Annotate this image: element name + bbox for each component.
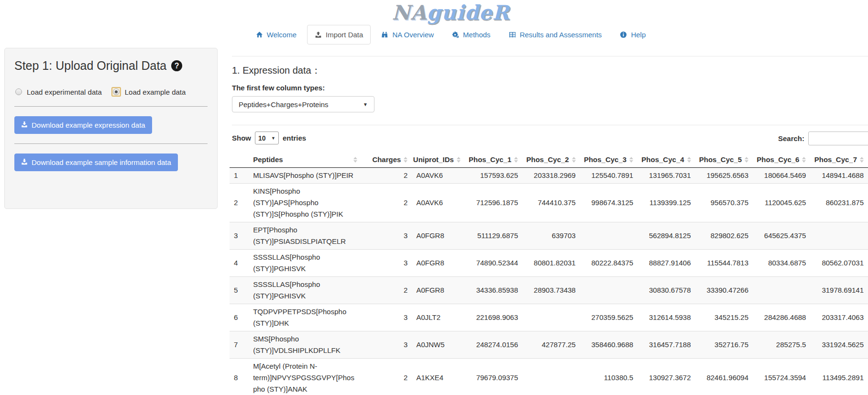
column-header-label: Phos_Cyc_3 — [584, 155, 626, 164]
phos-cyc-5-cell: 352716.75 — [695, 331, 753, 359]
phos-cyc-2-cell: 744410.375 — [522, 184, 580, 222]
sort-arrows-icon — [457, 157, 461, 163]
page-length-select[interactable]: 10 ▼ — [255, 132, 279, 144]
charges-cell: 3 — [362, 250, 412, 277]
show-label: Show — [232, 134, 251, 142]
phos-cyc-7-cell: 80562.07031 — [810, 250, 868, 277]
upload-icon — [315, 31, 322, 38]
column-header-label: Phos_Cyc_1 — [469, 155, 511, 164]
row-number-cell: 1 — [230, 168, 249, 184]
download-icon — [21, 158, 28, 166]
table-row: 6TQDPVPPETPSDS[Phospho (STY)]DHK3A0JLT22… — [230, 304, 868, 331]
gears-icon — [452, 31, 459, 38]
table-row: 3EPT[Phospho (STY)]PSIASDISLPIATQELR3A0F… — [230, 222, 868, 250]
download-sample-info-button[interactable]: Download example sample information data — [14, 154, 178, 171]
sort-arrows-icon — [572, 157, 576, 163]
phos-cyc-5-cell: 829802.625 — [695, 222, 753, 250]
charges-cell: 2 — [362, 359, 412, 395]
phos-cyc-1-cell: 221698.9063 — [465, 304, 522, 331]
table-controls: Show 10 ▼ entries Search: — [232, 132, 868, 147]
phos-cyc-3-cell — [580, 222, 637, 250]
column-types-select[interactable]: Peptides+Charges+Proteins ▼ — [232, 96, 374, 112]
phos-cyc-7-cell — [810, 222, 868, 250]
row-number-cell: 8 — [230, 359, 249, 395]
phos-cyc-4-cell: 562894.8125 — [637, 222, 695, 250]
question-circle-icon[interactable]: ? — [171, 60, 182, 71]
sort-arrows-icon — [514, 157, 518, 163]
column-types-label: The first few column types: — [232, 84, 868, 92]
tab-na-overview[interactable]: NA Overview — [374, 25, 441, 44]
phos-cyc-6-cell: 80334.6875 — [753, 250, 810, 277]
sort-arrows-icon — [687, 157, 691, 163]
phos-cyc-6-cell: 284286.4688 — [753, 304, 810, 331]
column-header-label: Phos_Cyc_6 — [757, 155, 799, 164]
tab-methods[interactable]: Methods — [444, 25, 498, 44]
sort-arrows-icon — [860, 157, 864, 163]
column-header-label: Peptides — [253, 155, 283, 164]
sort-arrows-icon — [353, 157, 357, 163]
column-header-phos_cyc_5[interactable]: Phos_Cyc_5 — [695, 152, 753, 168]
table-row: 5SSSSLLAS[Phospho (STY)]PGHISVK2A0FGR834… — [230, 277, 868, 304]
phos-cyc-6-cell — [753, 277, 810, 304]
phos-cyc-4-cell: 130927.3672 — [637, 359, 695, 395]
radio-load-example-data[interactable]: Load example data — [111, 87, 186, 97]
column-header-phos_cyc_1[interactable]: Phos_Cyc_1 — [465, 152, 522, 168]
charges-cell: 3 — [362, 331, 412, 359]
column-header-phos_cyc_2[interactable]: Phos_Cyc_2 — [522, 152, 580, 168]
column-header-phos_cyc_4[interactable]: Phos_Cyc_4 — [637, 152, 695, 168]
column-header-phos_cyc_6[interactable]: Phos_Cyc_6 — [753, 152, 810, 168]
row-number-cell: 2 — [230, 184, 249, 222]
tab-help[interactable]: Help — [612, 25, 653, 44]
table-row: 4SSSSLLAS[Phospho (STY)]PGHISVK3A0FGR874… — [230, 250, 868, 277]
tab-results-and-assessments[interactable]: Results and Assessments — [501, 25, 610, 44]
tab-import-data[interactable]: Import Data — [307, 25, 371, 44]
phos-cyc-4-cell: 1139399.125 — [637, 184, 695, 222]
phos-cyc-4-cell: 88827.91406 — [637, 250, 695, 277]
column-header-label: Uniprot_IDs — [413, 155, 454, 164]
tab-welcome[interactable]: Welcome — [248, 25, 304, 44]
column-header-peptides[interactable]: Peptides — [249, 152, 362, 168]
row-number-cell: 4 — [230, 250, 249, 277]
phos-cyc-3-cell: 80222.84375 — [580, 250, 637, 277]
phos-cyc-2-cell: 80801.82031 — [522, 250, 580, 277]
phos-cyc-7-cell: 113495.2891 — [810, 359, 868, 395]
table-header-row: PeptidesChargesUniprot_IDsPhos_Cyc_1Phos… — [230, 152, 868, 168]
phos-cyc-4-cell: 30830.67578 — [637, 277, 695, 304]
uniprot-cell: A0JLT2 — [412, 304, 464, 331]
import-data-panel: 1. Expression data： The first few column… — [232, 48, 868, 395]
search-control: Search: — [778, 132, 868, 145]
column-header-charges[interactable]: Charges — [362, 152, 412, 168]
radio-label: Load example data — [125, 88, 186, 96]
phos-cyc-7-cell: 203317.4063 — [810, 304, 868, 331]
column-header-phos_cyc_3[interactable]: Phos_Cyc_3 — [580, 152, 637, 168]
download-expression-button[interactable]: Download example expression data — [14, 116, 152, 134]
peptide-cell: TQDPVPPETPSDS[Phospho (STY)]DHK — [249, 304, 362, 331]
radio-button[interactable] — [111, 87, 121, 97]
column-header-rownum[interactable] — [230, 152, 249, 168]
radio-load-experimental-data[interactable]: Load experimental data — [14, 88, 102, 96]
home-icon — [256, 31, 263, 38]
upload-panel: Step 1: Upload Original Data ? Load expe… — [4, 48, 218, 209]
column-header-uniprot_ids[interactable]: Uniprot_IDs — [412, 152, 464, 168]
phos-cyc-5-cell: 345215.25 — [695, 304, 753, 331]
peptide-cell: EPT[Phospho (STY)]PSIASDISLPIATQELR — [249, 222, 362, 250]
tab-label: Import Data — [326, 31, 363, 39]
phos-cyc-6-cell: 155724.3594 — [753, 359, 810, 395]
table-row: 8M[Acetyl (Protein N-term)]NPVYSPGSSGVPY… — [230, 359, 868, 395]
phos-cyc-1-cell: 74890.52344 — [465, 250, 522, 277]
charges-cell: 2 — [362, 184, 412, 222]
uniprot-cell: A0AVK6 — [412, 168, 464, 184]
logo-prefix: NA — [392, 1, 427, 24]
search-input[interactable] — [808, 132, 868, 145]
peptide-cell: SSSSLLAS[Phospho (STY)]PGHISVK — [249, 277, 362, 304]
page-header: NAguideR WelcomeImport DataNA OverviewMe… — [0, 0, 868, 44]
sort-arrows-icon — [404, 157, 407, 163]
column-header-phos_cyc_7[interactable]: Phos_Cyc_7 — [810, 152, 868, 168]
peptide-cell: KINS[Phospho (STY)]APS[Phospho (STY)]S[P… — [249, 184, 362, 222]
phos-cyc-3-cell: 998674.3125 — [580, 184, 637, 222]
table-icon — [509, 31, 516, 38]
phos-cyc-2-cell: 203318.2969 — [522, 168, 580, 184]
radio-button[interactable] — [14, 88, 23, 96]
peptide-cell: M[Acetyl (Protein N-term)]NPVYSPGSSGVPY[… — [249, 359, 362, 395]
uniprot-cell: A0FGR8 — [412, 222, 464, 250]
